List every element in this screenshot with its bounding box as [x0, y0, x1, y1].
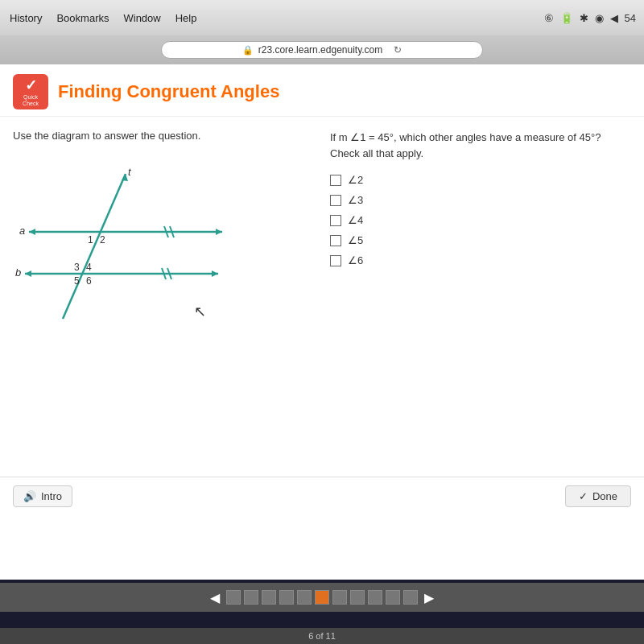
svg-text:4: 4	[86, 262, 92, 273]
svg-text:t: t	[128, 166, 132, 178]
checkbox-4[interactable]	[330, 215, 341, 226]
choice-angle3[interactable]: ∠3	[330, 194, 631, 206]
wifi-icon: ⑥	[544, 12, 554, 24]
choice-label-5: ∠5	[348, 234, 363, 246]
time-display: 54	[625, 12, 636, 24]
checkbox-2[interactable]	[330, 175, 341, 186]
nav-sq-11[interactable]	[403, 590, 418, 605]
nav-sq-1[interactable]	[226, 590, 241, 605]
intro-button[interactable]: 🔊 Intro	[13, 485, 72, 507]
page-title: Finding Congruent Angles	[58, 81, 279, 102]
url-text: r23.core.learn.edgenuity.com	[258, 44, 383, 56]
nav-sq-4[interactable]	[279, 590, 294, 605]
diagram-svg: a b t	[13, 151, 238, 328]
choice-label-4: ∠4	[348, 214, 363, 226]
mac-menu: History Bookmarks Window Help	[10, 12, 196, 24]
done-button[interactable]: ✓ Done	[565, 485, 631, 507]
nav-sq-2[interactable]	[244, 590, 258, 605]
nav-sq-5[interactable]	[297, 590, 312, 605]
answer-choices: ∠2 ∠3 ∠4 ∠5 ∠6	[330, 174, 631, 266]
checkbox-6[interactable]	[330, 255, 341, 266]
url-bar[interactable]: 🔒 r23.core.learn.edgenuity.com ↻	[161, 41, 483, 59]
svg-text:6: 6	[86, 275, 92, 287]
svg-text:1: 1	[88, 234, 93, 246]
refresh-icon[interactable]: ↻	[394, 44, 402, 56]
checkbox-3[interactable]	[330, 195, 341, 206]
next-nav-arrow[interactable]: ▶	[421, 590, 437, 605]
bottom-nav: ◀ ▶	[0, 583, 644, 612]
choice-angle6[interactable]: ∠6	[330, 254, 631, 266]
svg-text:b: b	[15, 266, 21, 279]
status-icons: ⑥ 🔋 ✱ ◉ ◀ 54	[544, 12, 636, 24]
menu-history[interactable]: History	[10, 12, 42, 24]
svg-text:3: 3	[74, 262, 80, 273]
page-status-bar: 6 of 11	[0, 628, 644, 644]
content-area: Use the diagram to answer the question.	[0, 117, 644, 341]
checkmark-icon: ✓	[579, 490, 588, 502]
mac-titlebar: History Bookmarks Window Help ⑥ 🔋 ✱ ◉ ◀ …	[0, 0, 644, 35]
right-question: If m ∠1 = 45°, which other angles have a…	[330, 130, 631, 161]
svg-marker-7	[212, 270, 218, 277]
lock-icon: 🔒	[242, 45, 254, 56]
check-icon: ✓	[25, 76, 37, 94]
choice-label-6: ∠6	[348, 254, 363, 266]
volume-icon: ◀	[610, 12, 618, 24]
battery-icon: 🔋	[560, 12, 573, 24]
nav-sq-7[interactable]	[332, 590, 347, 605]
quick-check-label: QuickCheck	[23, 94, 39, 106]
svg-line-12	[63, 174, 126, 319]
done-label: Done	[592, 490, 617, 502]
nav-sq-9[interactable]	[368, 590, 382, 605]
left-instruction: Use the diagram to answer the question.	[13, 130, 314, 142]
speaker-icon: 🔊	[23, 490, 36, 502]
nav-sq-6-active[interactable]	[315, 590, 329, 605]
left-panel: Use the diagram to answer the question.	[13, 130, 314, 328]
menu-window[interactable]: Window	[123, 12, 160, 24]
choice-angle2[interactable]: ∠2	[330, 174, 631, 186]
main-content-box: ✓ QuickCheck Finding Congruent Angles Us…	[0, 64, 644, 580]
svg-marker-10	[25, 270, 31, 277]
svg-text:5: 5	[74, 275, 80, 287]
geometry-diagram: a b t	[13, 151, 238, 328]
choice-angle4[interactable]: ∠4	[330, 214, 631, 226]
page-footer: 🔊 Intro ✓ Done	[0, 477, 644, 515]
quick-check-badge: ✓ QuickCheck	[13, 74, 48, 109]
choice-angle5[interactable]: ∠5	[330, 234, 631, 246]
quick-check-header: ✓ QuickCheck Finding Congruent Angles	[0, 64, 644, 117]
checkbox-5[interactable]	[330, 235, 341, 246]
nav-sq-8[interactable]	[350, 590, 365, 605]
nav-sq-3[interactable]	[262, 590, 276, 605]
right-panel: If m ∠1 = 45°, which other angles have a…	[330, 130, 631, 328]
svg-text:a: a	[19, 225, 25, 237]
browser-chrome: 🔒 r23.core.learn.edgenuity.com ↻	[0, 35, 644, 64]
bluetooth-icon: ✱	[580, 12, 588, 24]
page-count: 6 of 11	[308, 631, 336, 641]
svg-marker-1	[216, 229, 222, 235]
prev-nav-arrow[interactable]: ◀	[207, 590, 223, 605]
intro-label: Intro	[41, 490, 62, 502]
svg-text:2: 2	[100, 234, 105, 246]
choice-label-2: ∠2	[348, 174, 363, 186]
svg-marker-4	[29, 229, 35, 235]
menu-help[interactable]: Help	[175, 12, 197, 24]
nav-sq-10[interactable]	[386, 590, 400, 605]
wifi-signal-icon: ◉	[595, 12, 604, 24]
choice-label-3: ∠3	[348, 194, 363, 206]
menu-bookmarks[interactable]: Bookmarks	[56, 12, 109, 24]
